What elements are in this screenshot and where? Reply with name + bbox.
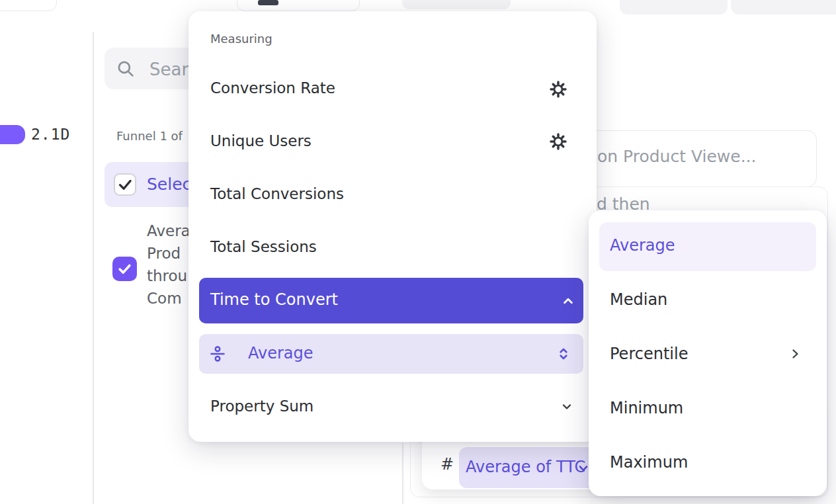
gear-icon[interactable]	[549, 132, 567, 151]
step-color-pill[interactable]	[0, 125, 25, 144]
menu-item-time-to-convert-selected[interactable]: Time to Convert	[199, 278, 583, 323]
funnel-counter-label: Funnel 1 of	[116, 129, 183, 143]
chevron-up-icon	[560, 292, 577, 310]
submenu-item-average-selected[interactable]: Average	[599, 222, 816, 271]
step-checkbox-checked[interactable]	[112, 257, 137, 281]
search-icon	[116, 59, 136, 79]
chevron-down-icon	[559, 399, 575, 415]
step-label: 2.1D	[31, 126, 70, 143]
chevron-up-down-icon	[555, 345, 572, 362]
top-tab-fragment-1[interactable]	[402, 0, 511, 9]
chart-glyph-icon	[258, 0, 278, 5]
time-to-convert-average-option[interactable]: Average	[199, 334, 583, 374]
checkmark-icon	[116, 260, 134, 278]
menu-item-total-sessions[interactable]: Total Sessions	[210, 238, 317, 255]
top-left-card-fragment	[0, 0, 57, 11]
top-toolbar-button[interactable]	[237, 0, 360, 11]
measuring-menu-panel	[188, 11, 597, 442]
app-screenshot: 2.1D Funnel 1 of Select Avera Prod throu…	[0, 0, 836, 504]
top-tab-fragment-2[interactable]	[620, 0, 728, 15]
metric-prefix: #	[440, 455, 454, 474]
menu-item-total-conversions[interactable]: Total Conversions	[210, 185, 344, 202]
top-tab-fragment-3[interactable]	[731, 0, 836, 15]
submenu-average-label: Average	[610, 236, 675, 255]
left-divider	[93, 32, 94, 504]
event-selector-text: on Product Viewe...	[597, 147, 757, 166]
average-icon	[209, 345, 226, 362]
gear-icon[interactable]	[549, 80, 567, 99]
submenu-item-median[interactable]: Median	[610, 290, 667, 309]
menu-item-property-sum[interactable]: Property Sum	[210, 398, 314, 415]
average-option-label: Average	[248, 344, 314, 362]
measuring-menu-title: Measuring	[210, 32, 272, 46]
submenu-item-maximum[interactable]: Maximum	[610, 453, 688, 472]
submenu-item-percentile[interactable]: Percentile	[610, 345, 688, 363]
chevron-right-icon	[787, 346, 803, 362]
metric-dropdown-label: Average of TTC	[466, 458, 585, 476]
menu-item-conversion-rate[interactable]: Conversion Rate	[210, 79, 335, 97]
submenu-item-minimum[interactable]: Minimum	[610, 399, 683, 417]
right-divider	[402, 443, 403, 504]
checkmark-icon	[115, 175, 135, 194]
time-to-convert-label: Time to Convert	[210, 290, 338, 309]
menu-item-unique-users[interactable]: Unique Users	[210, 132, 312, 149]
event-checkbox-checked[interactable]	[114, 173, 136, 196]
